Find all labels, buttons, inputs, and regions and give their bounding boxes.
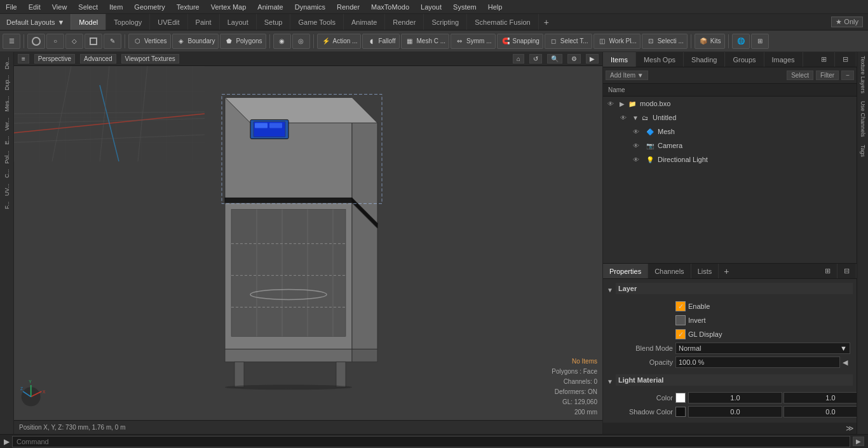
tree-arrow-expand[interactable]: ▶ [620,100,627,107]
tab-groups[interactable]: Groups [725,52,764,67]
star-only-button[interactable]: ★ Only [831,17,863,27]
tool-work-pl[interactable]: ◫ Work Pl... [593,34,641,49]
rpanel-expand[interactable]: ⊞ [813,52,835,67]
menu-select[interactable]: Select [75,2,101,12]
menu-view[interactable]: View [49,2,71,12]
sidebar-label-mes[interactable]: Mes... [4,93,10,114]
menu-item[interactable]: Item [106,2,126,12]
tab-channels[interactable]: Channels [648,264,691,278]
tab-scripting[interactable]: Scripting [424,14,467,30]
opacity-input[interactable] [675,356,840,368]
blend-mode-dropdown[interactable]: Normal ▼ [675,343,850,354]
menu-system[interactable]: System [450,2,480,12]
viewport-zoom-btn[interactable]: 🔍 [547,54,562,64]
tool-select-t[interactable]: ◻ Select T... [545,34,592,49]
viewport-more-btn[interactable]: ▶ [586,54,599,64]
tool-select-all[interactable] [27,34,45,49]
tab-game-tools[interactable]: Game Tools [290,14,344,30]
tab-paint[interactable]: Paint [188,14,220,30]
menu-help[interactable]: Help [485,2,506,12]
edge-use-channels[interactable]: Use Channels [858,97,867,141]
sidebar-label-c[interactable]: C... [4,166,10,180]
tree-item-modo-bxo[interactable]: 👁 ▶ 📁 modo.bxo [603,97,857,111]
layer-collapse-arrow[interactable]: ▼ [607,287,616,294]
tool-select-rect[interactable] [85,34,102,49]
tab-render[interactable]: Render [385,14,424,30]
tool-icon1[interactable]: ◉ [273,34,291,49]
tool-snapping[interactable]: 🧲 Snapping [497,34,543,49]
opacity-slider-btn[interactable]: ◀ [843,358,850,367]
sidebar-label-de[interactable]: De... [4,55,10,72]
menu-edit[interactable]: Edit [25,2,44,12]
viewport-perspective-btn[interactable]: Perspective [34,54,75,64]
tool-icon2[interactable]: ◎ [292,34,310,49]
shadow-g-input[interactable] [783,406,868,417]
menu-file[interactable]: File [3,2,20,12]
viewport-settings-btn[interactable]: ⚙ [567,54,581,64]
eye-button-mesh[interactable]: 👁 [631,126,641,137]
tool-expand[interactable]: ☰ [3,34,20,49]
select-button[interactable]: Select [787,71,813,80]
tool-vertices[interactable]: ⬡ Vertices [128,34,171,49]
tree-item-camera[interactable]: 👁 📷 Camera [603,139,857,153]
shadow-r-input[interactable] [688,406,782,417]
tree-item-untitled[interactable]: 👁 ▼ 🗂 Untitled [603,111,857,125]
sidebar-label-e[interactable]: E... [4,133,10,147]
color-swatch[interactable] [675,393,686,403]
menu-texture[interactable]: Texture [173,2,203,12]
command-input[interactable] [12,436,850,447]
items-minus[interactable]: − [841,71,854,80]
tool-mesh-c[interactable]: ▦ Mesh C ... [401,34,450,49]
tool-symm[interactable]: ⇔ Symm ... [451,34,495,49]
tab-mesh-ops[interactable]: Mesh Ops [636,52,684,67]
add-item-button[interactable]: Add Item ▼ [606,71,648,80]
tab-model[interactable]: Model [71,14,106,30]
tool-falloff[interactable]: ◖ Falloff [362,34,399,49]
tab-properties[interactable]: Properties [603,264,648,278]
sidebar-label-dup[interactable]: Dup... [4,72,10,93]
tab-images[interactable]: Images [764,52,803,67]
sidebar-label-ver[interactable]: Ver... [4,115,10,133]
menu-vertex-map[interactable]: Vertex Map [208,2,250,12]
sidebar-label-f[interactable]: F... [4,199,10,212]
edge-texture-layers[interactable]: Texture Layers [858,52,867,97]
menu-animate[interactable]: Animate [254,2,286,12]
eye-button[interactable]: 👁 [606,98,616,109]
tab-setup[interactable]: Setup [257,14,291,30]
tab-schematic-fusion[interactable]: Schematic Fusion [467,14,538,30]
add-layout-button[interactable]: + [539,17,554,27]
menu-layout[interactable]: Layout [417,2,445,12]
tool-select-angle[interactable]: ◇ [65,34,83,49]
tree-item-mesh[interactable]: 👁 🔷 Mesh [603,125,857,139]
menu-render[interactable]: Render [334,2,363,12]
menu-geometry[interactable]: Geometry [131,2,168,12]
sidebar-label-uv[interactable]: UV... [4,181,10,198]
light-material-collapse[interactable]: ▼ [607,378,616,385]
gl-display-checkbox[interactable]: ✓ [675,329,686,339]
tool-selecti[interactable]: ⊡ Selecti ... [642,34,688,49]
props-add-button[interactable]: + [719,266,734,276]
tool-select-pen[interactable]: ✎ [104,34,121,49]
tab-layout[interactable]: Layout [220,14,257,30]
tree-arrow-untitled[interactable]: ▼ [632,114,640,121]
default-layout-dropdown[interactable]: Default Layouts ▼ [0,14,71,30]
tool-globe[interactable]: 🌐 [732,34,750,49]
enable-checkbox[interactable]: ✓ [675,301,686,311]
menu-maxtomodo[interactable]: MaxToModo [368,2,412,12]
menu-dynamics[interactable]: Dynamics [292,2,329,12]
rpanel-collapse[interactable]: ⊟ [835,52,857,67]
color-g-input[interactable] [783,392,868,404]
viewport-textures-btn[interactable]: Viewport Textures [121,54,179,64]
tab-items[interactable]: Items [603,52,636,67]
viewport-home-btn[interactable]: ⌂ [513,54,524,64]
tool-action[interactable]: ⚡ Action ... [317,34,362,49]
tab-uvedit[interactable]: UVEdit [150,14,187,30]
tab-lists[interactable]: Lists [691,264,719,278]
tool-expand-right[interactable]: ⊞ [751,34,769,49]
filter-button[interactable]: Filter [816,71,839,80]
sidebar-label-pol[interactable]: Pol... [4,148,10,166]
invert-checkbox[interactable] [675,315,686,325]
tab-shading[interactable]: Shading [684,52,725,67]
tab-topology[interactable]: Topology [106,14,150,30]
viewport-canvas[interactable]: X Y Z No Items Polygons : Face Channels:… [14,66,602,420]
